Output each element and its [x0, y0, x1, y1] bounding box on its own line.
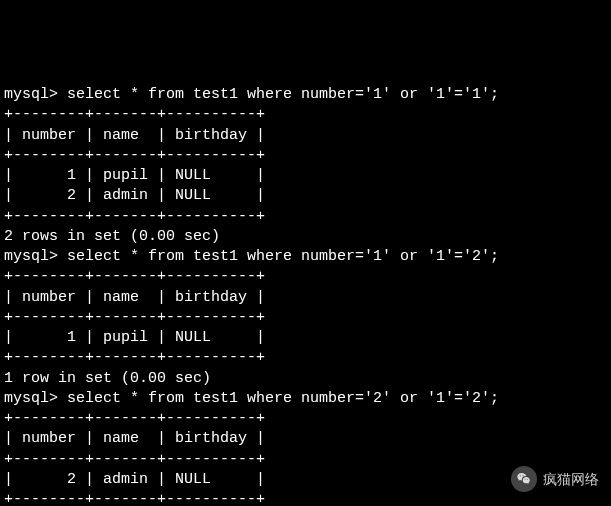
terminal-line: | 1 | pupil | NULL |	[4, 166, 607, 186]
terminal-line: +--------+-------+----------+	[4, 146, 607, 166]
watermark-text: 疯猫网络	[543, 470, 599, 489]
terminal-line: mysql> select * from test1 where number=…	[4, 247, 607, 267]
terminal-line: | number | name | birthday |	[4, 288, 607, 308]
terminal-line: +--------+-------+----------+	[4, 348, 607, 368]
terminal-line: mysql> select * from test1 where number=…	[4, 85, 607, 105]
terminal-line: +--------+-------+----------+	[4, 105, 607, 125]
terminal-output[interactable]: mysql> select * from test1 where number=…	[4, 85, 607, 506]
terminal-line: +--------+-------+----------+	[4, 207, 607, 227]
terminal-line: +--------+-------+----------+	[4, 490, 607, 506]
terminal-line: 1 row in set (0.00 sec)	[4, 369, 607, 389]
terminal-line: | number | name | birthday |	[4, 429, 607, 449]
watermark: 疯猫网络	[511, 466, 599, 492]
terminal-line: mysql> select * from test1 where number=…	[4, 389, 607, 409]
terminal-line: | 2 | admin | NULL |	[4, 186, 607, 206]
terminal-line: +--------+-------+----------+	[4, 308, 607, 328]
terminal-line: 2 rows in set (0.00 sec)	[4, 227, 607, 247]
terminal-line: +--------+-------+----------+	[4, 267, 607, 287]
terminal-line: +--------+-------+----------+	[4, 409, 607, 429]
terminal-line: | 1 | pupil | NULL |	[4, 328, 607, 348]
wechat-icon	[511, 466, 537, 492]
terminal-line: | number | name | birthday |	[4, 126, 607, 146]
